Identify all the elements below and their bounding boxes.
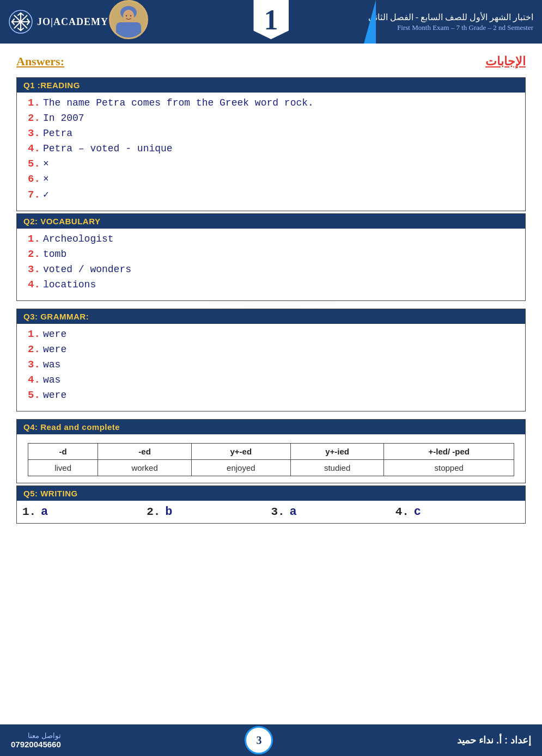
q2-body: 1. Archeologist 2. tomb 3. voted / wonde… <box>17 229 525 300</box>
complete-table: -d -ed y+-ed y+-ied +-led/ -ped lived wo… <box>28 443 514 476</box>
list-item: 6. × <box>28 173 514 185</box>
col-header-led: +-led/ -ped <box>384 444 514 460</box>
q1-section: Q1 :READING 1. The name Petra comes from… <box>16 77 526 211</box>
item-text: Petra <box>43 128 72 139</box>
q1-header: Q1 :READING <box>17 78 525 93</box>
item-text: The name Petra comes from the Greek word… <box>43 97 314 108</box>
item-num: 4. <box>28 374 43 386</box>
main-content: Answers: الإجابات Q1 :READING 1. The nam… <box>0 44 542 530</box>
col-header-ed: -ed <box>98 444 192 460</box>
q3-section: Q3: GRAMMAR: 1. were 2. were 3. was 4. w… <box>16 309 526 411</box>
list-item: 7. ✓ <box>28 188 514 201</box>
item-text: were <box>43 390 66 401</box>
item-num: 5. <box>28 158 43 170</box>
q1-body: 1. The name Petra comes from the Greek w… <box>17 93 525 211</box>
svg-point-17 <box>126 15 127 17</box>
list-item: 1. were <box>28 328 514 340</box>
q4-section: Q4: Read and complete -d -ed y+-ed y+-ie… <box>16 419 526 483</box>
list-item: 3. was <box>28 359 514 371</box>
phone-number: 07920045660 <box>11 740 61 749</box>
item-text: Archeologist <box>43 233 114 244</box>
item-num: 2. <box>28 248 43 260</box>
item-text: were <box>43 344 66 355</box>
col-header-yed: y+-ed <box>191 444 290 460</box>
item-text: was <box>43 359 60 370</box>
cell-studied: studied <box>290 460 384 476</box>
item-num: 3. <box>28 263 43 275</box>
item-num: 1. <box>28 328 43 340</box>
page-number-badge: 3 <box>245 726 273 754</box>
item-num: 1. <box>28 97 43 109</box>
q2-section: Q2: VOCABULARY 1. Archeologist 2. tomb 3… <box>16 213 526 301</box>
writing-answer: a <box>41 505 48 519</box>
item-text: In 2007 <box>43 113 84 124</box>
exam-number: 1 <box>264 4 278 36</box>
item-num: 6. <box>28 173 43 185</box>
item-text: × <box>43 158 49 169</box>
writing-item-3: 3. a <box>271 505 395 519</box>
col-header-d: -d <box>28 444 98 460</box>
exam-number-badge: 1 <box>253 0 289 39</box>
q5-body: 1. a 2. b 3. a 4. c <box>17 501 525 523</box>
list-item: 5. were <box>28 389 514 401</box>
prepared-label: إعداد : أ. نداء حميد <box>457 735 531 746</box>
item-num: 2. <box>28 343 43 355</box>
item-num: 7. <box>28 189 43 201</box>
list-item: 2. tomb <box>28 248 514 260</box>
avatar-image <box>111 2 147 38</box>
answers-label: Answers: <box>16 54 64 69</box>
cell-lived: lived <box>28 460 98 476</box>
arabic-exam-title: اختبار الشهر الأول للصف السابع - الفصل ا… <box>368 12 533 22</box>
svg-point-18 <box>130 15 131 17</box>
writing-answer: a <box>290 505 297 519</box>
item-text: locations <box>43 279 96 290</box>
table-header-row: -d -ed y+-ed y+-ied +-led/ -ped <box>28 444 514 460</box>
exam-title-area: اختبار الشهر الأول للصف السابع - الفصل ا… <box>368 12 542 32</box>
item-num: 2. <box>28 112 43 124</box>
list-item: 2. were <box>28 343 514 355</box>
cell-enjoyed: enjoyed <box>191 460 290 476</box>
writing-item-4: 4. c <box>395 505 520 519</box>
footer-contact: تواصل معنا 07920045660 <box>11 732 61 749</box>
logo-area: JO|ACADEMY <box>0 10 108 34</box>
q4-body: -d -ed y+-ed y+-ied +-led/ -ped lived wo… <box>17 434 525 483</box>
writing-item-2: 2. b <box>147 505 271 519</box>
item-num: 3. <box>28 127 43 139</box>
item-text: × <box>43 174 49 185</box>
writing-item-1: 1. a <box>22 505 147 519</box>
contact-label: تواصل معنا <box>11 732 61 740</box>
cell-stopped: stopped <box>384 460 514 476</box>
item-num: 5. <box>28 389 43 401</box>
page-number: 3 <box>256 734 261 747</box>
arabic-answers-label: الإجابات <box>485 54 526 69</box>
svg-rect-15 <box>116 22 141 38</box>
item-num: 1. <box>28 233 43 245</box>
writing-num: 1. <box>22 506 38 518</box>
writing-answer: b <box>165 505 172 519</box>
item-text: tomb <box>43 249 66 260</box>
svg-point-16 <box>123 10 134 22</box>
logo-icon <box>9 10 33 34</box>
writing-num: 2. <box>147 506 162 518</box>
footer-prepared: إعداد : أ. نداء حميد <box>457 734 531 746</box>
table-row: lived worked enjoyed studied stopped <box>28 460 514 476</box>
logo-text: JO|ACADEMY <box>37 16 108 28</box>
list-item: 2. In 2007 <box>28 112 514 124</box>
item-text: Petra – voted - unique <box>43 143 173 154</box>
q4-header: Q4: Read and complete <box>17 420 525 434</box>
col-header-yied: y+-ied <box>290 444 384 460</box>
item-text: ✓ <box>43 188 49 200</box>
list-item: 1. The name Petra comes from the Greek w… <box>28 97 514 109</box>
item-text: was <box>43 374 60 385</box>
answers-header-row: Answers: الإجابات <box>16 54 526 69</box>
list-item: 4. locations <box>28 279 514 291</box>
list-item: 4. was <box>28 374 514 386</box>
english-exam-title: First Month Exam – 7 th Grade – 2 nd Sem… <box>368 23 533 32</box>
q5-section: Q5: WRITING 1. a 2. b 3. a 4. c <box>16 485 526 524</box>
page-footer: تواصل معنا 07920045660 3 إعداد : أ. نداء… <box>0 724 542 756</box>
q3-header: Q3: GRAMMAR: <box>17 309 525 324</box>
item-num: 4. <box>28 279 43 291</box>
item-num: 3. <box>28 359 43 371</box>
list-item: 3. Petra <box>28 127 514 139</box>
blue-accent <box>364 0 376 44</box>
